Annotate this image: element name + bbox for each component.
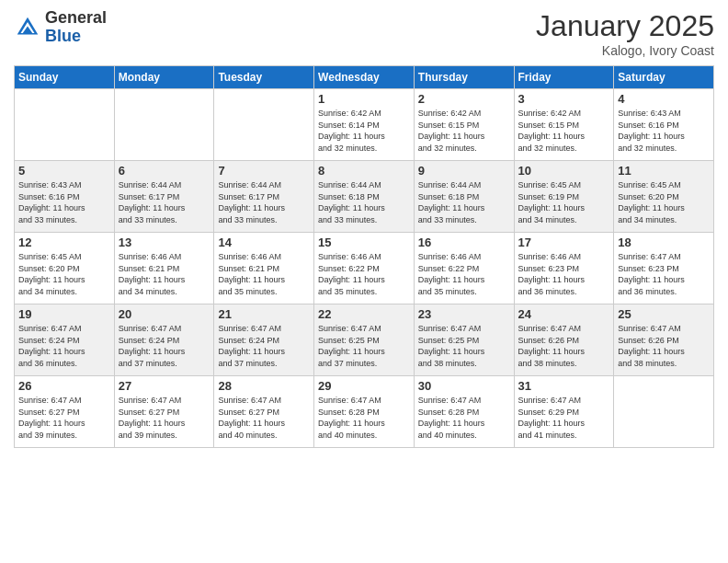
- logo-icon: [14, 14, 41, 41]
- day-number: 4: [618, 92, 710, 106]
- day-info: Sunrise: 6:47 AM Sunset: 6:25 PM Dayligh…: [418, 323, 510, 369]
- day-number: 22: [318, 307, 410, 321]
- day-info: Sunrise: 6:47 AM Sunset: 6:28 PM Dayligh…: [418, 395, 510, 441]
- location: Kalogo, Ivory Coast: [536, 43, 714, 58]
- day-number: 1: [318, 92, 410, 106]
- day-number: 15: [318, 236, 410, 249]
- day-number: 26: [18, 379, 110, 393]
- day-info: Sunrise: 6:43 AM Sunset: 6:16 PM Dayligh…: [18, 179, 110, 225]
- calendar-cell: 14Sunrise: 6:46 AM Sunset: 6:21 PM Dayli…: [214, 233, 314, 304]
- calendar-cell: 27Sunrise: 6:47 AM Sunset: 6:27 PM Dayli…: [114, 376, 214, 448]
- day-info: Sunrise: 6:46 AM Sunset: 6:21 PM Dayligh…: [218, 251, 310, 297]
- calendar-cell: 7Sunrise: 6:44 AM Sunset: 6:17 PM Daylig…: [214, 161, 314, 233]
- calendar-cell: 29Sunrise: 6:47 AM Sunset: 6:28 PM Dayli…: [314, 376, 415, 448]
- day-number: 12: [18, 236, 110, 249]
- calendar-week-row: 26Sunrise: 6:47 AM Sunset: 6:27 PM Dayli…: [15, 376, 714, 448]
- day-info: Sunrise: 6:47 AM Sunset: 6:27 PM Dayligh…: [18, 395, 110, 441]
- day-number: 29: [318, 379, 410, 393]
- day-info: Sunrise: 6:44 AM Sunset: 6:17 PM Dayligh…: [218, 179, 310, 225]
- calendar-cell: 11Sunrise: 6:45 AM Sunset: 6:20 PM Dayli…: [614, 161, 714, 233]
- calendar-cell: 17Sunrise: 6:46 AM Sunset: 6:23 PM Dayli…: [514, 233, 614, 304]
- month-title: January 2025: [536, 9, 714, 43]
- day-number: 13: [119, 236, 210, 249]
- calendar-cell: [614, 376, 714, 448]
- day-info: Sunrise: 6:47 AM Sunset: 6:24 PM Dayligh…: [119, 323, 210, 369]
- calendar-cell: 13Sunrise: 6:46 AM Sunset: 6:21 PM Dayli…: [114, 233, 214, 304]
- weekday-header: Tuesday: [214, 66, 314, 89]
- logo-blue: Blue: [45, 28, 107, 46]
- day-info: Sunrise: 6:47 AM Sunset: 6:28 PM Dayligh…: [318, 395, 410, 441]
- calendar: SundayMondayTuesdayWednesdayThursdayFrid…: [14, 65, 714, 448]
- day-number: 27: [119, 379, 210, 393]
- day-number: 17: [518, 236, 610, 249]
- calendar-cell: 23Sunrise: 6:47 AM Sunset: 6:25 PM Dayli…: [414, 304, 514, 376]
- day-number: 23: [418, 307, 510, 321]
- title-block: January 2025 Kalogo, Ivory Coast: [536, 9, 714, 58]
- calendar-cell: 10Sunrise: 6:45 AM Sunset: 6:19 PM Dayli…: [514, 161, 614, 233]
- calendar-cell: 5Sunrise: 6:43 AM Sunset: 6:16 PM Daylig…: [15, 161, 115, 233]
- page: General Blue January 2025 Kalogo, Ivory …: [0, 0, 728, 563]
- day-number: 16: [418, 236, 510, 249]
- day-number: 7: [218, 164, 310, 178]
- day-info: Sunrise: 6:46 AM Sunset: 6:21 PM Dayligh…: [119, 251, 210, 297]
- day-number: 30: [418, 379, 510, 393]
- calendar-cell: 26Sunrise: 6:47 AM Sunset: 6:27 PM Dayli…: [15, 376, 115, 448]
- calendar-cell: [214, 89, 314, 161]
- day-number: 8: [318, 164, 410, 178]
- day-number: 11: [618, 164, 710, 178]
- day-info: Sunrise: 6:45 AM Sunset: 6:20 PM Dayligh…: [18, 251, 110, 297]
- day-info: Sunrise: 6:47 AM Sunset: 6:27 PM Dayligh…: [119, 395, 210, 441]
- day-info: Sunrise: 6:47 AM Sunset: 6:27 PM Dayligh…: [218, 395, 310, 441]
- day-info: Sunrise: 6:47 AM Sunset: 6:24 PM Dayligh…: [218, 323, 310, 369]
- weekday-header: Sunday: [15, 66, 115, 89]
- calendar-cell: 25Sunrise: 6:47 AM Sunset: 6:26 PM Dayli…: [614, 304, 714, 376]
- day-info: Sunrise: 6:44 AM Sunset: 6:18 PM Dayligh…: [318, 179, 410, 225]
- header: General Blue January 2025 Kalogo, Ivory …: [14, 9, 714, 58]
- day-number: 18: [618, 236, 710, 249]
- day-info: Sunrise: 6:45 AM Sunset: 6:20 PM Dayligh…: [618, 179, 710, 225]
- calendar-cell: 2Sunrise: 6:42 AM Sunset: 6:15 PM Daylig…: [414, 89, 514, 161]
- day-info: Sunrise: 6:47 AM Sunset: 6:25 PM Dayligh…: [318, 323, 410, 369]
- weekday-header: Wednesday: [314, 66, 415, 89]
- day-info: Sunrise: 6:43 AM Sunset: 6:16 PM Dayligh…: [618, 108, 710, 154]
- calendar-cell: 15Sunrise: 6:46 AM Sunset: 6:22 PM Dayli…: [314, 233, 415, 304]
- calendar-cell: 8Sunrise: 6:44 AM Sunset: 6:18 PM Daylig…: [314, 161, 415, 233]
- day-number: 31: [518, 379, 610, 393]
- calendar-week-row: 1Sunrise: 6:42 AM Sunset: 6:14 PM Daylig…: [15, 89, 714, 161]
- day-info: Sunrise: 6:47 AM Sunset: 6:29 PM Dayligh…: [518, 395, 610, 441]
- calendar-cell: 3Sunrise: 6:42 AM Sunset: 6:15 PM Daylig…: [514, 89, 614, 161]
- calendar-cell: 19Sunrise: 6:47 AM Sunset: 6:24 PM Dayli…: [15, 304, 115, 376]
- day-info: Sunrise: 6:42 AM Sunset: 6:15 PM Dayligh…: [518, 108, 610, 154]
- day-number: 14: [218, 236, 310, 249]
- weekday-header: Thursday: [414, 66, 514, 89]
- day-number: 20: [119, 307, 210, 321]
- day-info: Sunrise: 6:46 AM Sunset: 6:23 PM Dayligh…: [518, 251, 610, 297]
- calendar-cell: 20Sunrise: 6:47 AM Sunset: 6:24 PM Dayli…: [114, 304, 214, 376]
- day-info: Sunrise: 6:47 AM Sunset: 6:23 PM Dayligh…: [618, 251, 710, 297]
- weekday-header-row: SundayMondayTuesdayWednesdayThursdayFrid…: [15, 66, 714, 89]
- calendar-cell: 12Sunrise: 6:45 AM Sunset: 6:20 PM Dayli…: [15, 233, 115, 304]
- day-number: 3: [518, 92, 610, 106]
- logo: General Blue: [14, 9, 107, 46]
- calendar-cell: 31Sunrise: 6:47 AM Sunset: 6:29 PM Dayli…: [514, 376, 614, 448]
- calendar-cell: 6Sunrise: 6:44 AM Sunset: 6:17 PM Daylig…: [114, 161, 214, 233]
- calendar-cell: 24Sunrise: 6:47 AM Sunset: 6:26 PM Dayli…: [514, 304, 614, 376]
- calendar-cell: 18Sunrise: 6:47 AM Sunset: 6:23 PM Dayli…: [614, 233, 714, 304]
- day-number: 6: [119, 164, 210, 178]
- day-info: Sunrise: 6:47 AM Sunset: 6:26 PM Dayligh…: [518, 323, 610, 369]
- weekday-header: Friday: [514, 66, 614, 89]
- calendar-cell: 28Sunrise: 6:47 AM Sunset: 6:27 PM Dayli…: [214, 376, 314, 448]
- day-info: Sunrise: 6:45 AM Sunset: 6:19 PM Dayligh…: [518, 179, 610, 225]
- calendar-cell: [15, 89, 115, 161]
- day-number: 21: [218, 307, 310, 321]
- calendar-week-row: 5Sunrise: 6:43 AM Sunset: 6:16 PM Daylig…: [15, 161, 714, 233]
- day-info: Sunrise: 6:44 AM Sunset: 6:18 PM Dayligh…: [418, 179, 510, 225]
- weekday-header: Saturday: [614, 66, 714, 89]
- day-info: Sunrise: 6:42 AM Sunset: 6:14 PM Dayligh…: [318, 108, 410, 154]
- day-number: 5: [18, 164, 110, 178]
- calendar-cell: 4Sunrise: 6:43 AM Sunset: 6:16 PM Daylig…: [614, 89, 714, 161]
- calendar-cell: 30Sunrise: 6:47 AM Sunset: 6:28 PM Dayli…: [414, 376, 514, 448]
- day-info: Sunrise: 6:42 AM Sunset: 6:15 PM Dayligh…: [418, 108, 510, 154]
- day-info: Sunrise: 6:46 AM Sunset: 6:22 PM Dayligh…: [318, 251, 410, 297]
- calendar-cell: 16Sunrise: 6:46 AM Sunset: 6:22 PM Dayli…: [414, 233, 514, 304]
